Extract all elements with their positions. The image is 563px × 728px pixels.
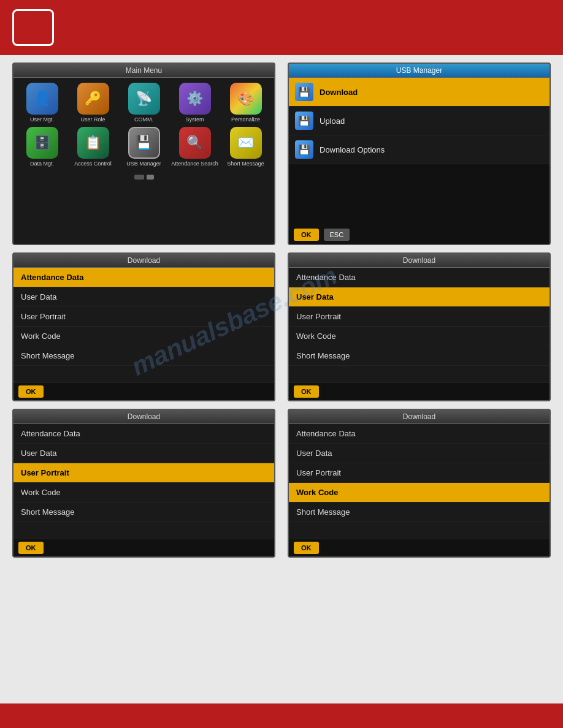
short-message-icon: ✉️: [230, 127, 262, 159]
attendance-search-label: Attendance Search: [171, 161, 218, 167]
download-panel-1-title: Download: [13, 254, 274, 268]
data-mgt-icon: 🗄️: [26, 127, 58, 159]
usb-download-label: Download: [320, 88, 358, 97]
usb-download-options-icon: 💾: [295, 140, 313, 159]
top-header: [0, 0, 563, 55]
dl3-short-message[interactable]: Short Message: [13, 502, 274, 522]
dl2-empty: [289, 366, 550, 383]
dl2-ok-button[interactable]: OK: [294, 385, 319, 398]
dl4-empty: [289, 522, 550, 539]
main-menu-title: Main Menu: [13, 64, 274, 78]
dl3-work-code[interactable]: Work Code: [13, 483, 274, 502]
dl4-user-data[interactable]: User Data: [289, 444, 550, 463]
main-menu-panel: Main Menu 👤 User Mgt. 🔑 User Role 📡 COMM…: [12, 63, 275, 245]
menu-item-personalize[interactable]: 🎨 Personalize: [222, 83, 269, 123]
dl4-work-code[interactable]: Work Code: [289, 483, 550, 502]
download-panel-3: Download Attendance Data User Data User …: [12, 409, 275, 558]
dl2-work-code[interactable]: Work Code: [289, 327, 550, 346]
dl1-short-message[interactable]: Short Message: [13, 346, 274, 366]
usb-ok-button[interactable]: OK: [294, 229, 319, 241]
usb-esc-button[interactable]: ESC: [324, 229, 350, 241]
menu-item-system[interactable]: ⚙️ System: [171, 83, 218, 123]
dl4-ok-button[interactable]: OK: [294, 542, 319, 554]
dl3-ok-button[interactable]: OK: [18, 542, 44, 554]
dl1-attendance-data[interactable]: Attendance Data: [13, 268, 274, 287]
usb-manager-title: USB Manager: [289, 64, 550, 78]
usb-manager-panel: USB Manager 💾 Download 💾 Upload 💾 Downlo…: [288, 63, 551, 245]
dl1-user-portrait[interactable]: User Portrait: [13, 307, 274, 327]
short-message-label: Short Message: [227, 161, 264, 167]
dl1-user-data[interactable]: User Data: [13, 287, 274, 307]
dl4-footer: OK: [289, 539, 550, 556]
bottom-footer: [0, 703, 563, 728]
download-panel-4-title: Download: [289, 410, 550, 424]
dl4-user-portrait[interactable]: User Portrait: [289, 463, 550, 483]
dl4-attendance-data[interactable]: Attendance Data: [289, 424, 550, 444]
download-panel-2: Download Attendance Data User Data User …: [288, 252, 551, 401]
usb-download-icon: 💾: [295, 83, 313, 101]
data-mgt-label: Data Mgt.: [30, 161, 54, 167]
access-control-label: Access Control: [74, 161, 112, 167]
dl2-user-portrait[interactable]: User Portrait: [289, 307, 550, 327]
download-panel-4: Download Attendance Data User Data User …: [288, 409, 551, 558]
download-panel-3-title: Download: [13, 410, 274, 424]
comm-icon: 📡: [128, 83, 160, 115]
dl3-attendance-data[interactable]: Attendance Data: [13, 424, 274, 444]
usb-upload-item[interactable]: 💾 Upload: [289, 107, 550, 135]
menu-item-user-mgt[interactable]: 👤 User Mgt.: [18, 83, 66, 123]
download-panel-2-title: Download: [289, 254, 550, 268]
dl1-footer: OK: [13, 383, 274, 400]
dl2-footer: OK: [289, 383, 550, 400]
dl3-user-data[interactable]: User Data: [13, 444, 274, 463]
usb-panel-controls: OK ESC: [289, 226, 550, 244]
content-area: Main Menu 👤 User Mgt. 🔑 User Role 📡 COMM…: [0, 55, 563, 565]
nav-dot-2: [147, 175, 154, 180]
usb-manager-label: USB Manager: [126, 161, 161, 167]
menu-item-attendance-search[interactable]: 🔍 Attendance Search: [171, 127, 218, 167]
nav-dots: [13, 172, 274, 183]
menu-item-short-message[interactable]: ✉️ Short Message: [222, 127, 269, 167]
download-panel-1: Download Attendance Data User Data User …: [12, 252, 275, 401]
user-role-icon: 🔑: [77, 83, 109, 115]
user-mgt-icon: 👤: [26, 83, 58, 115]
usb-download-item[interactable]: 💾 Download: [289, 78, 550, 107]
user-role-label: User Role: [80, 116, 105, 123]
usb-upload-icon: 💾: [295, 112, 313, 130]
usb-download-options-item[interactable]: 💾 Download Options: [289, 135, 550, 164]
menu-grid: 👤 User Mgt. 🔑 User Role 📡 COMM. ⚙️ Syste…: [13, 78, 274, 172]
system-icon: ⚙️: [179, 83, 211, 115]
personalize-label: Personalize: [231, 116, 260, 123]
dl3-footer: OK: [13, 539, 274, 556]
menu-item-access-control[interactable]: 📋 Access Control: [69, 127, 117, 167]
usb-upload-label: Upload: [320, 116, 345, 126]
access-control-icon: 📋: [77, 127, 109, 159]
logo-box: [12, 9, 54, 46]
usb-manager-icon: 💾: [128, 127, 160, 159]
menu-item-usb-manager[interactable]: 💾 USB Manager: [120, 127, 167, 167]
dl1-work-code[interactable]: Work Code: [13, 327, 274, 346]
dl3-user-portrait[interactable]: User Portrait: [13, 463, 274, 483]
system-label: System: [185, 116, 204, 123]
attendance-search-icon: 🔍: [179, 127, 211, 159]
personalize-icon: 🎨: [230, 83, 262, 115]
user-mgt-label: User Mgt.: [30, 116, 54, 123]
usb-download-options-label: Download Options: [320, 145, 385, 154]
menu-item-user-role[interactable]: 🔑 User Role: [69, 83, 117, 123]
dl3-empty: [13, 522, 274, 539]
menu-item-comm[interactable]: 📡 COMM.: [120, 83, 167, 123]
dl2-user-data[interactable]: User Data: [289, 287, 550, 307]
nav-dot-1: [134, 175, 144, 180]
dl1-empty: [13, 366, 274, 383]
dl2-attendance-data[interactable]: Attendance Data: [289, 268, 550, 287]
dl2-short-message[interactable]: Short Message: [289, 346, 550, 366]
dl1-ok-button[interactable]: OK: [18, 385, 44, 398]
comm-label: COMM.: [134, 116, 153, 123]
dl4-short-message[interactable]: Short Message: [289, 502, 550, 522]
menu-item-data-mgt[interactable]: 🗄️ Data Mgt.: [18, 127, 66, 167]
